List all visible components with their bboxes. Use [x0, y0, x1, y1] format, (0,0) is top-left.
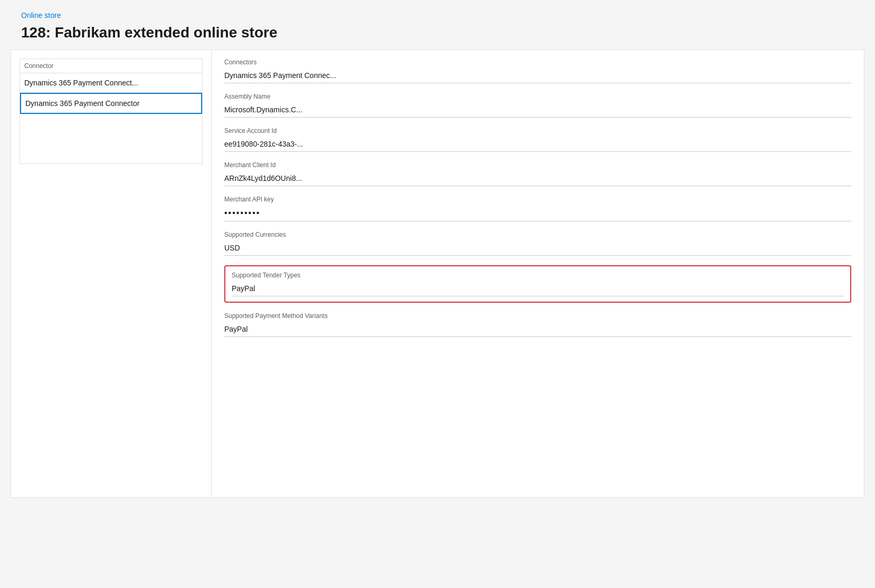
breadcrumb[interactable]: Online store — [21, 11, 61, 20]
field-label-payment-method-variants: Supported Payment Method Variants — [224, 312, 851, 320]
field-group-assembly-name: Assembly Name Microsoft.Dynamics.C... — [224, 93, 851, 118]
field-value-assembly-name: Microsoft.Dynamics.C... — [224, 102, 851, 118]
field-group-payment-method-variants: Supported Payment Method Variants PayPal — [224, 312, 851, 337]
right-panel: Connectors Dynamics 365 Payment Connec..… — [212, 50, 864, 497]
field-label-assembly-name: Assembly Name — [224, 93, 851, 100]
header-section: Online store 128: Fabrikam extended onli… — [0, 0, 875, 50]
field-group-supported-currencies: Supported Currencies USD — [224, 231, 851, 256]
page-container: Online store 128: Fabrikam extended onli… — [0, 0, 875, 588]
highlighted-section-tender-types: Supported Tender Types PayPal — [224, 265, 851, 303]
field-value-supported-tender-types: PayPal — [232, 281, 844, 296]
field-value-supported-currencies: USD — [224, 240, 851, 256]
list-item[interactable]: Dynamics 365 Payment Connect... — [20, 73, 202, 93]
field-label-connectors: Connectors — [224, 59, 851, 66]
field-label-supported-tender-types: Supported Tender Types — [232, 272, 844, 279]
field-label-supported-currencies: Supported Currencies — [224, 231, 851, 238]
field-value-payment-method-variants: PayPal — [224, 322, 851, 337]
field-value-connectors: Dynamics 365 Payment Connec... — [224, 68, 851, 83]
page-title: 128: Fabrikam extended online store — [21, 24, 854, 41]
field-value-merchant-api-key: ••••••••• — [224, 205, 851, 221]
left-panel: Connector Dynamics 365 Payment Connect..… — [11, 50, 212, 497]
field-label-merchant-api-key: Merchant API key — [224, 196, 851, 203]
field-group-connectors: Connectors Dynamics 365 Payment Connec..… — [224, 59, 851, 83]
field-label-merchant-client-id: Merchant Client Id — [224, 161, 851, 169]
field-group-merchant-client-id: Merchant Client Id ARnZk4Lyd1d6OUni8... — [224, 161, 851, 186]
content-area: Connector Dynamics 365 Payment Connect..… — [11, 50, 864, 498]
field-value-merchant-client-id: ARnZk4Lyd1d6OUni8... — [224, 171, 851, 186]
list-item-selected[interactable]: Dynamics 365 Payment Connector — [20, 93, 202, 114]
field-label-service-account-id: Service Account Id — [224, 127, 851, 134]
connector-section-label: Connector — [20, 59, 202, 73]
field-group-merchant-api-key: Merchant API key ••••••••• — [224, 196, 851, 221]
field-group-service-account-id: Service Account Id ee919080-281c-43a3-..… — [224, 127, 851, 152]
connector-list-container: Connector Dynamics 365 Payment Connect..… — [20, 59, 203, 164]
field-value-service-account-id: ee919080-281c-43a3-... — [224, 137, 851, 152]
